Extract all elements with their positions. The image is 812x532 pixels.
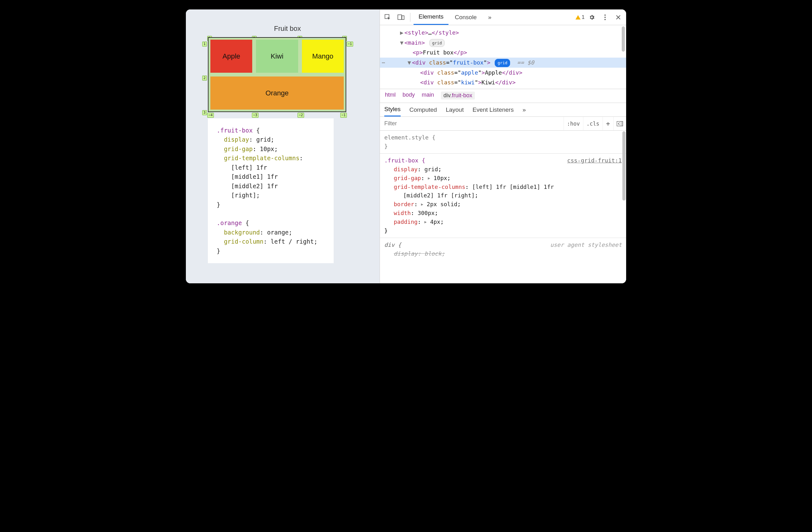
grid-cell-orange: Orange — [211, 76, 344, 110]
grid-cell-apple: Apple — [211, 40, 252, 73]
settings-icon[interactable] — [586, 11, 598, 23]
page-preview: Fruit box 1 2 3 4 1 2 3 −1 −4 −3 −2 −1 A… — [186, 10, 380, 283]
svg-point-5 — [605, 19, 606, 20]
rule-close: } — [384, 227, 388, 234]
device-mode-icon[interactable] — [395, 11, 407, 23]
css-decl[interactable]: grid-template-columns: [left] 1fr [middl… — [384, 183, 622, 192]
element-style-close: } — [384, 143, 388, 150]
dom-node-style[interactable]: ▶<style>…</style> — [380, 28, 626, 38]
ua-selector: div { — [384, 241, 401, 248]
fruit-box-grid: Apple Kiwi Mango Orange — [208, 37, 346, 112]
svg-rect-7 — [621, 122, 623, 126]
hov-toggle[interactable]: :hov — [564, 117, 583, 130]
styles-tabbar: Styles Computed Layout Event Listeners » — [380, 103, 626, 117]
css-decl-overridden[interactable]: display: block; — [384, 249, 622, 258]
styles-body[interactable]: element.style { } css-grid-fruit:1 .frui… — [380, 131, 626, 283]
new-style-rule-button[interactable]: + — [603, 117, 613, 130]
breadcrumb: html body main div.fruit-box — [380, 89, 626, 103]
selected-dots-icon: ⋯ — [382, 58, 385, 67]
dom-node-kiwi[interactable]: <div class="kiwi">Kiwi</div> — [380, 78, 626, 87]
crumb-div-fruit-box[interactable]: div.fruit-box — [441, 92, 475, 99]
grid-col-label: −3 — [252, 113, 259, 118]
element-style-open: element.style { — [384, 134, 436, 141]
styles-filter-input[interactable] — [380, 117, 564, 130]
css-decl[interactable]: padding: ▶ 4px; — [384, 218, 622, 226]
grid-row-label: −1 — [347, 42, 353, 46]
svg-point-3 — [605, 14, 606, 16]
svg-rect-1 — [398, 15, 402, 19]
warnings-count: 1 — [582, 14, 585, 20]
grid-overlay-wrap: 1 2 3 4 1 2 3 −1 −4 −3 −2 −1 Apple Kiwi … — [208, 37, 346, 112]
css-decl-cont[interactable]: [middle2] 1fr [right]; — [384, 191, 622, 200]
svg-rect-2 — [402, 16, 404, 19]
grid-cell-mango: Mango — [302, 40, 344, 73]
grid-row-label: 2 — [202, 75, 207, 81]
dom-node-main[interactable]: ▼<main> grid — [380, 38, 626, 48]
tab-layout[interactable]: Layout — [446, 103, 464, 116]
dom-tree[interactable]: ▶<style>…</style> ▼<main> grid <p>Fruit … — [380, 25, 626, 89]
scrollbar[interactable] — [622, 131, 625, 283]
devtools-pane: Elements Console » 1 ▶<style>…</style> — [380, 10, 626, 283]
page-title: Fruit box — [208, 25, 367, 33]
crumb-body[interactable]: body — [403, 92, 415, 99]
grid-row-label: 3 — [202, 110, 207, 115]
divider — [410, 13, 410, 22]
rule-source-link[interactable]: css-grid-fruit:1 — [567, 156, 622, 165]
tab-console[interactable]: Console — [450, 10, 482, 25]
dom-node-apple[interactable]: <div class="apple">Apple</div> — [380, 68, 626, 78]
css-source-block: .fruit-box { display: grid; grid-gap: 10… — [208, 118, 334, 263]
css-decl[interactable]: grid-gap: ▶ 10px; — [384, 174, 622, 183]
grid-col-label: −4 — [207, 113, 214, 118]
tab-computed[interactable]: Computed — [409, 103, 437, 116]
tab-more[interactable]: » — [483, 10, 496, 25]
inspect-element-icon[interactable] — [382, 11, 394, 23]
tab-styles-more[interactable]: » — [522, 103, 526, 116]
crumb-main[interactable]: main — [422, 92, 434, 99]
rule-selector[interactable]: .fruit-box { — [384, 157, 425, 164]
toggle-panel-icon[interactable] — [613, 117, 626, 130]
css-decl[interactable]: display: grid; — [384, 165, 622, 174]
css-decl[interactable]: width: 300px; — [384, 209, 622, 218]
grid-col-label: −2 — [298, 113, 304, 118]
grid-badge[interactable]: grid — [429, 39, 445, 47]
dom-node-p[interactable]: <p>Fruit box</p> — [380, 47, 626, 58]
grid-badge-selected[interactable]: grid — [495, 59, 510, 67]
styles-filter-row: :hov .cls + — [380, 117, 626, 131]
warnings-badge[interactable]: 1 — [576, 14, 585, 20]
warning-icon — [576, 15, 581, 19]
grid-col-label: −1 — [340, 113, 347, 118]
grid-cell-kiwi: Kiwi — [256, 40, 298, 73]
grid-row-label: 1 — [202, 42, 207, 46]
css-decl[interactable]: border: ▶ 2px solid; — [384, 200, 622, 209]
window: Fruit box 1 2 3 4 1 2 3 −1 −4 −3 −2 −1 A… — [186, 10, 626, 283]
tab-event-listeners[interactable]: Event Listeners — [472, 103, 513, 116]
close-icon[interactable] — [612, 11, 624, 23]
devtools-tabbar: Elements Console » 1 — [380, 10, 626, 25]
kebab-menu-icon[interactable] — [599, 11, 611, 23]
svg-point-4 — [605, 17, 606, 18]
cls-toggle[interactable]: .cls — [583, 117, 603, 130]
ua-stylesheet-note: user agent stylesheet — [550, 240, 622, 249]
eq-zero: == $0 — [517, 59, 534, 66]
dom-node-fruit-box[interactable]: ⋯ ▼<div class="fruit-box"> grid == $0 — [380, 58, 626, 68]
tab-styles[interactable]: Styles — [384, 103, 401, 116]
crumb-html[interactable]: html — [385, 92, 396, 99]
tab-elements[interactable]: Elements — [414, 10, 448, 25]
scrollbar[interactable] — [622, 26, 625, 87]
